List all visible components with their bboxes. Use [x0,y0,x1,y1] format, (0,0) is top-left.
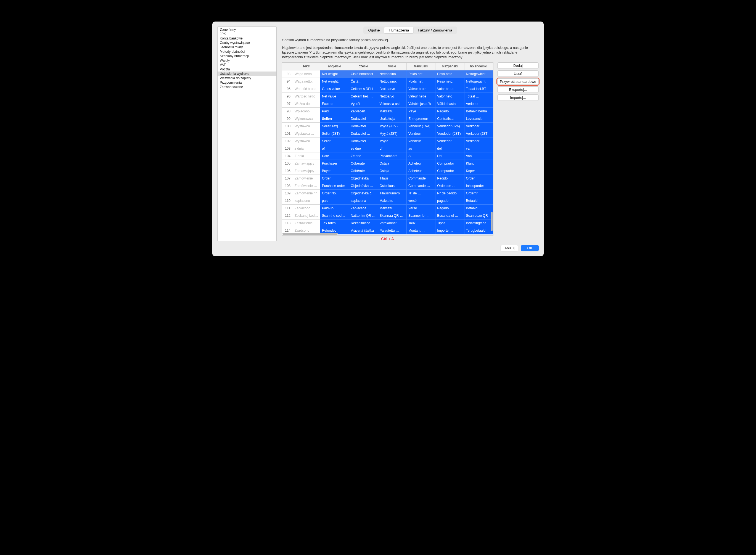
table-row[interactable]: 109Zamówienie nrOrder No.Objednávka č.Ti… [282,189,493,197]
cell-es[interactable]: Pedido [436,174,464,182]
sidebar-item[interactable]: Dane firmy [218,27,276,32]
sidebar-item[interactable]: Wezwania do zapłaty [218,76,276,80]
cell-fi[interactable]: Ostaja [378,167,406,174]
tab-faktury-zam-wienia[interactable]: Faktury / Zamówienia [413,27,456,33]
cell-fi[interactable]: Myyjä (ALV) [378,122,406,130]
cell-es[interactable]: Pagado [436,108,464,115]
cell-fi[interactable]: Ostaja [378,160,406,167]
sidebar-item[interactable]: Przypomnienia [218,80,276,85]
cell-cz[interactable]: ze dne [349,145,378,152]
cell-cz[interactable]: Celkem bez … [349,92,378,100]
cell-es[interactable]: Peso neto: [436,78,464,85]
cell-es[interactable]: Contratista [436,115,464,122]
cell-es[interactable]: Tipos … [436,219,464,227]
cell-es[interactable]: Comprador [436,160,464,167]
add-button[interactable]: Dodaj [497,62,539,69]
cell-fr[interactable]: Taux … [406,219,435,227]
cell-fi[interactable]: Päivämäärä [378,152,406,160]
cell-fr[interactable]: Poids net: [406,78,435,85]
cell-en[interactable]: Net weight [320,70,349,78]
cell-nl[interactable]: Betaald [464,204,493,212]
cell-fr[interactable]: au [406,145,435,152]
sidebar-item[interactable]: Metody płatności [218,49,276,54]
cell-fi[interactable]: Nettoarvo [378,92,406,100]
table-row[interactable]: 95Wartość bruttoGross valueCelkem s DPHB… [282,85,493,92]
cell-fr[interactable]: Vendeur (TVA) [406,122,435,130]
cell-fi[interactable]: Myyjä (JST) [378,130,406,137]
vertical-scrollbar-thumb[interactable] [491,212,493,231]
cell-fr[interactable]: Vendeur [406,130,435,137]
cell-es[interactable]: Peso neto [436,70,464,78]
table-row[interactable]: 93Waga nettoNet weightČistá hmotnostNett… [282,70,493,78]
sidebar-item[interactable]: Jednostki miary [218,45,276,49]
cell-nl[interactable]: Klant [464,160,493,167]
cancel-button[interactable]: Anuluj [501,245,518,251]
restore-defaults-button[interactable]: Przywróć standardowe [497,78,539,85]
tab-segmented-control[interactable]: OgólneTłumaczeniaFaktury / Zamówienia [363,27,457,34]
cell-fi[interactable]: Skannaa QR-… [378,212,406,219]
cell-en[interactable]: Paid [320,108,349,115]
cell-cz[interactable]: Čistá hmotnost [349,70,378,78]
import-button[interactable]: Importuj... [497,94,539,101]
table-row[interactable]: 113Zestawienie …Tax ratesRekapitulace …V… [282,219,493,227]
table-row[interactable]: 102Wystawca …SellerDodavatelMyyjäVendeur… [282,137,493,145]
cell-fi[interactable]: Bruttoarvo [378,85,406,92]
cell-fr[interactable]: Scanner le … [406,212,435,219]
cell-es[interactable]: Vendedor (JST) [436,130,464,137]
cell-cz[interactable]: Vyprší [349,100,378,108]
delete-button[interactable]: Usuń [497,71,539,77]
cell-fr[interactable]: Acheteur [406,160,435,167]
cell-fr[interactable]: Payé [406,108,435,115]
cell-fr[interactable]: Valeur brute [406,85,435,92]
cell-nl[interactable]: Belastingtarie [464,219,493,227]
tab-og-lne[interactable]: Ogólne [364,27,384,33]
sidebar-item[interactable]: Szablony numeracji [218,54,276,58]
cell-fr[interactable]: Montant … [406,227,435,234]
cell-nl[interactable]: Verkoper [464,137,493,145]
cell-cz[interactable]: Rekapitulace … [349,219,378,227]
cell-nl[interactable]: Verkoper … [464,122,493,130]
cell-nl[interactable]: Ordernr. [464,189,493,197]
export-button[interactable]: Eksportuj... [497,86,539,93]
cell-en[interactable]: paid [320,197,349,204]
column-header[interactable] [282,63,293,70]
cell-fi[interactable]: Nettopaino [378,70,406,78]
cell-cz[interactable]: Objednávka … [349,182,378,189]
cell-cz[interactable]: Odběratel [349,160,378,167]
cell-nl[interactable]: Verloopt [464,100,493,108]
cell-en[interactable]: Seller [320,137,349,145]
cell-en[interactable]: Sellerr [320,115,349,122]
cell-cz[interactable]: Vrácená částka [349,227,378,234]
table-row[interactable]: 106Zamawiający …BuyerOdběratelOstajaAche… [282,167,493,174]
cell-fr[interactable]: N° de … [406,189,435,197]
cell-es[interactable]: Vendedor (IVA) [436,122,464,130]
cell-fr[interactable]: versé [406,197,435,204]
cell-nl[interactable]: Order [464,174,493,182]
translation-table[interactable]: Tekstangielskiczeskifińskifrancuskihiszp… [282,62,493,236]
cell-en[interactable]: Seller(Tax) [320,122,349,130]
cell-cz[interactable]: zaplacena [349,197,378,204]
cell-en[interactable]: Scan the cod… [320,212,349,219]
sidebar-item[interactable]: Ustawienia wydruku [218,72,276,76]
cell-fi[interactable]: Voimassa asti [378,100,406,108]
table-row[interactable]: 108Zamówienie d…Purchase orderObjednávka… [282,182,493,189]
cell-es[interactable]: Orden de … [436,182,464,189]
cell-en[interactable]: Purchase order [320,182,349,189]
cell-cz[interactable]: Zaplacena [349,204,378,212]
column-header[interactable]: francuski [406,63,435,70]
cell-es[interactable]: N° de pedido [436,189,464,197]
table-row[interactable]: 99WykonawcaSellerrDodavatelUrakoitsijaEn… [282,115,493,122]
cell-fi[interactable]: Tilaus [378,174,406,182]
cell-cz[interactable]: Ze dne [349,152,378,160]
column-header[interactable]: holenderski [464,63,493,70]
cell-nl[interactable]: Totaal … [464,92,493,100]
cell-fr[interactable]: Poids net [406,70,435,78]
table-row[interactable]: 98WpłaconoPaidZaplacenMaksettuPayéPagado… [282,108,493,115]
cell-en[interactable]: Buyer [320,167,349,174]
cell-nl[interactable]: Betaald bedra [464,108,493,115]
cell-es[interactable]: Comprador [436,167,464,174]
table-row[interactable]: 104Z dniaDateZe dnePäivämääräAuDelVan [282,152,493,160]
settings-category-sidebar[interactable]: Dane firmyJPKKonta bankoweOsoby wystawia… [217,27,277,241]
cell-fi[interactable]: Palautettu … [378,227,406,234]
cell-fr[interactable]: Commande [406,174,435,182]
